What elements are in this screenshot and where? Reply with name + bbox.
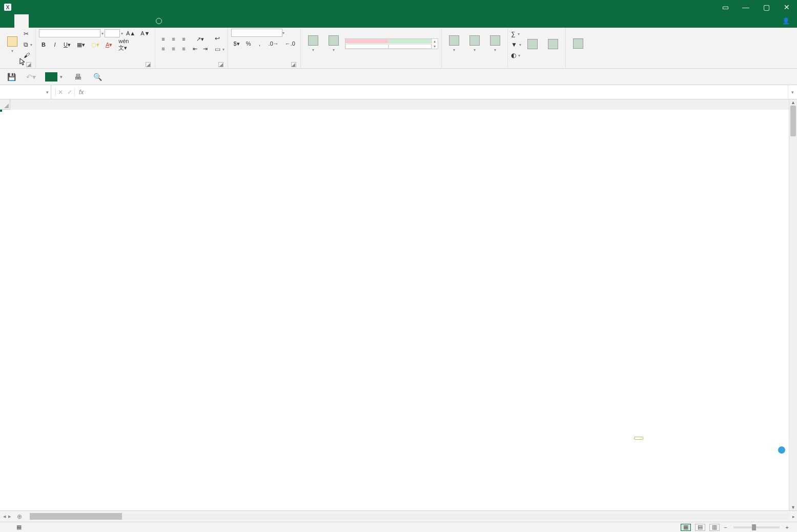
close-button[interactable]: ✕ [776, 0, 797, 14]
preview-button[interactable]: 🔍 [92, 72, 103, 82]
tab-view[interactable] [100, 14, 115, 28]
scroll-thumb[interactable] [790, 106, 796, 136]
border-button[interactable]: ▦▾ [75, 40, 87, 49]
group-editing: ∑▾ ▼▾ ◐▾ [508, 28, 566, 68]
style-good[interactable] [389, 39, 432, 44]
dec-dec-button[interactable]: ←.0 [283, 39, 297, 48]
phonetic-button[interactable]: wén文▾ [116, 40, 131, 49]
login-button[interactable] [761, 14, 775, 28]
style-normal[interactable] [389, 44, 432, 49]
tab-formula[interactable] [57, 14, 72, 28]
font-launcher[interactable]: ◢ [146, 62, 151, 67]
fillcolor-button[interactable]: ◌▾ [89, 40, 101, 49]
font-name-combo[interactable] [39, 29, 100, 37]
minimize-button[interactable]: — [735, 0, 756, 14]
print-button[interactable]: 🖶 [73, 72, 83, 82]
cut-button[interactable]: ✂ [24, 29, 32, 39]
fill-button[interactable]: ▼▾ [511, 39, 521, 50]
add-sheet-button[interactable]: ⊕ [14, 511, 25, 522]
style-bad[interactable] [345, 39, 389, 44]
copy-button[interactable]: ⧉▾ [24, 39, 32, 50]
save-button[interactable]: 💾 [6, 72, 16, 82]
format-cell-button[interactable]: ▾ [486, 34, 504, 53]
tab-devtools[interactable] [115, 14, 129, 28]
view-normal-button[interactable]: ▦ [681, 524, 691, 531]
align-bot-button[interactable]: ≡ [179, 34, 188, 44]
ribbon-opts-icon[interactable]: ▭ [715, 0, 735, 14]
cancel-fx-button[interactable]: ✕ [58, 89, 63, 96]
italic-button[interactable]: I [50, 40, 59, 49]
tab-pdf[interactable] [129, 14, 144, 28]
decr-font-button[interactable]: A▼ [138, 29, 152, 38]
autosum-button[interactable]: ∑▾ [511, 29, 521, 39]
bold-button[interactable]: B [39, 40, 48, 49]
fontcolor-button[interactable]: A▾ [104, 40, 114, 49]
font-size-combo[interactable] [105, 29, 120, 37]
fill-color-qat[interactable] [45, 72, 57, 81]
table-format-button[interactable]: ▾ [324, 34, 343, 53]
align-launcher[interactable]: ◢ [218, 62, 223, 67]
align-left-button[interactable]: ≡ [158, 44, 168, 53]
invoice-check-button[interactable] [569, 37, 587, 51]
gallery-up-icon[interactable]: ▴ [432, 39, 438, 44]
undo-button[interactable]: ↶▾ [26, 72, 36, 82]
style-thousand[interactable] [345, 44, 389, 49]
macro-record-icon[interactable]: ▦ [16, 524, 22, 530]
tab-home[interactable] [14, 14, 29, 28]
align-center-button[interactable]: ≡ [169, 44, 178, 53]
tab-review[interactable] [86, 14, 100, 28]
underline-button[interactable]: U▾ [62, 40, 73, 49]
sort-filter-button[interactable] [523, 38, 542, 51]
clear-button[interactable]: ◐▾ [511, 50, 521, 60]
select-all-corner[interactable] [0, 99, 10, 110]
format-painter-button[interactable]: 🖌 [24, 50, 32, 60]
orientation-button[interactable]: ↗▾ [190, 34, 210, 44]
name-box[interactable]: ▾ [0, 85, 51, 99]
insert-cell-button[interactable]: ▾ [445, 34, 463, 53]
view-pagelayout-button[interactable]: ▤ [695, 524, 705, 531]
sheet-nav[interactable]: ◂▸ [0, 511, 14, 522]
indent-inc-button[interactable]: ⇥ [200, 44, 210, 53]
scroll-up-icon[interactable]: ▲ [789, 99, 797, 106]
tab-layout[interactable] [43, 14, 57, 28]
align-right-button[interactable]: ≡ [179, 44, 188, 53]
zoom-in-button[interactable]: + [786, 524, 789, 530]
comma-button[interactable]: , [255, 39, 264, 48]
view-pagebreak-button[interactable]: ▥ [709, 524, 720, 531]
horizontal-scrollbar[interactable]: ▸ [30, 511, 797, 522]
inc-dec-button[interactable]: .0→ [267, 39, 281, 48]
tab-file[interactable] [0, 14, 14, 28]
align-mid-button[interactable]: ≡ [169, 34, 178, 44]
number-format-combo[interactable] [231, 29, 282, 37]
paste-button[interactable]: ▾ [3, 35, 22, 54]
indent-dec-button[interactable]: ⇤ [190, 44, 199, 53]
cond-format-button[interactable]: ▾ [304, 34, 322, 53]
zoom-out-button[interactable]: − [724, 524, 727, 530]
vertical-scrollbar[interactable]: ▲ ▼ [789, 99, 797, 510]
merge-button[interactable]: ▭▾ [215, 44, 224, 54]
percent-button[interactable]: % [244, 39, 253, 48]
share-button[interactable]: 👤 [775, 14, 797, 28]
fx-icon[interactable]: fx [79, 89, 84, 96]
align-top-button[interactable]: ≡ [158, 34, 168, 44]
incr-font-button[interactable]: A▲ [124, 29, 137, 38]
find-select-button[interactable] [544, 38, 562, 51]
delete-cell-button[interactable]: ▾ [465, 34, 484, 53]
scroll-down-icon[interactable]: ▼ [789, 504, 797, 510]
merge-icon: ▭ [215, 46, 220, 53]
expand-fx-button[interactable]: ▾ [788, 85, 797, 99]
tablefmt-icon [329, 35, 339, 46]
gallery-more-icon[interactable]: ▾ [432, 44, 438, 49]
tab-insert[interactable] [29, 14, 43, 28]
accept-fx-button[interactable]: ✓ [67, 89, 72, 96]
zoom-slider[interactable] [733, 526, 780, 528]
sigma-icon: ∑ [511, 30, 516, 37]
clipboard-launcher[interactable]: ◢ [26, 62, 31, 67]
tell-me[interactable] [144, 14, 164, 28]
tab-data[interactable] [72, 14, 86, 28]
cell-styles-gallery[interactable]: ▴ ▾ [345, 38, 438, 49]
currency-button[interactable]: $▾ [231, 39, 241, 48]
wrap-button[interactable]: ↩ [215, 33, 224, 44]
maximize-button[interactable]: ▢ [756, 0, 776, 14]
number-launcher[interactable]: ◢ [291, 62, 296, 67]
